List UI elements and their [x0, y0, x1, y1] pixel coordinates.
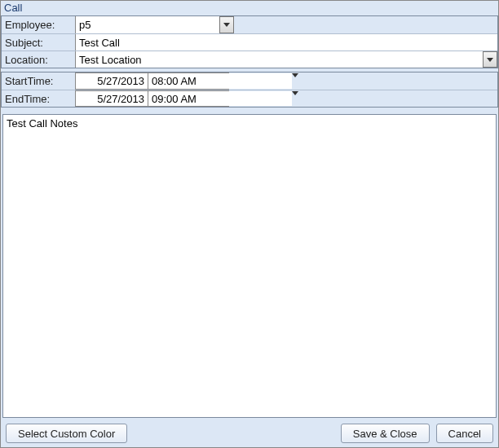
call-dialog: Call Employee: Subject: Location: [0, 0, 499, 448]
notes-area [2, 114, 497, 418]
end-time-dropdown-button[interactable] [292, 91, 298, 106]
starttime-label: StartTime: [2, 72, 75, 90]
employee-combo[interactable] [75, 16, 234, 33]
location-dropdown-button[interactable] [483, 51, 497, 68]
chevron-down-icon [292, 73, 298, 77]
employee-label: Employee: [2, 16, 75, 33]
employee-dropdown-button[interactable] [219, 16, 234, 33]
end-date-input[interactable] [75, 90, 148, 107]
start-time-combo[interactable] [148, 72, 229, 90]
header-fields: Employee: Subject: Location: [1, 15, 498, 68]
subject-label: Subject: [2, 34, 75, 51]
chevron-down-icon [292, 91, 298, 95]
notes-textarea[interactable] [3, 115, 496, 417]
select-custom-color-button[interactable]: Select Custom Color [6, 424, 127, 443]
endtime-label: EndTime: [2, 90, 75, 107]
cancel-button[interactable]: Cancel [436, 424, 493, 443]
end-time-input[interactable] [148, 91, 292, 106]
window-title: Call [1, 1, 498, 15]
start-time-dropdown-button[interactable] [292, 73, 298, 89]
time-fields: StartTime: EndTime: [1, 72, 498, 108]
location-label: Location: [2, 51, 75, 68]
footer-buttons: Select Custom Color Save & Close Cancel [1, 419, 498, 447]
employee-input[interactable] [76, 16, 219, 33]
location-combo[interactable] [75, 51, 497, 68]
subject-input[interactable] [75, 34, 497, 51]
start-time-input[interactable] [148, 73, 292, 89]
end-time-combo[interactable] [148, 90, 229, 107]
location-input[interactable] [76, 51, 483, 68]
save-and-close-button[interactable]: Save & Close [341, 424, 430, 443]
chevron-down-icon [487, 58, 493, 62]
start-date-input[interactable] [75, 72, 148, 90]
chevron-down-icon [223, 23, 230, 27]
